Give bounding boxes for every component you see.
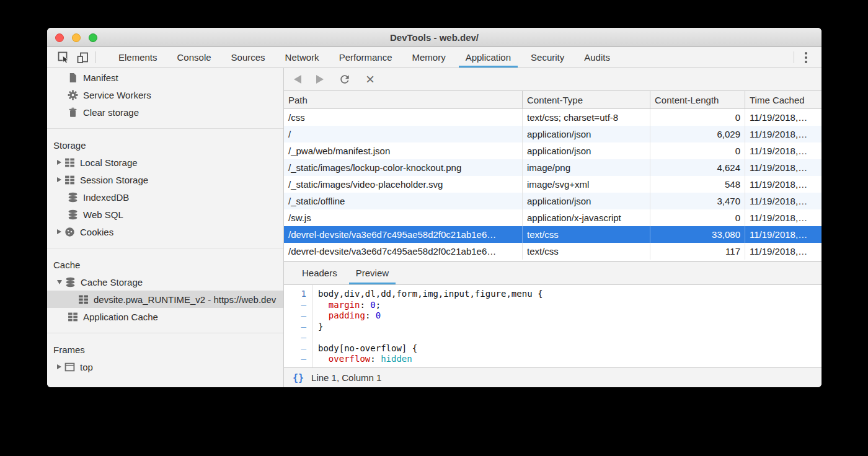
sidebar-item-service-workers[interactable]: Service Workers <box>47 86 283 103</box>
traffic-lights <box>55 33 97 42</box>
table-header: Path Content-Type Content-Length Time Ca… <box>284 91 822 109</box>
database-icon <box>68 192 78 203</box>
zoom-window-button[interactable] <box>89 33 97 42</box>
frame-icon <box>64 362 75 372</box>
sidebar-item-manifest[interactable]: Manifest <box>47 69 283 86</box>
trash-icon <box>68 107 78 118</box>
sidebar-section-cache: Cache <box>47 256 283 273</box>
devtools-tabbar: Elements Console Sources Network Perform… <box>47 47 822 68</box>
sidebar-item-indexeddb[interactable]: IndexedDB <box>47 188 283 206</box>
menu-divider <box>794 51 794 63</box>
toolbar-divider <box>95 51 96 63</box>
table-icon <box>68 312 78 322</box>
table-row[interactable]: /sw.js application/x-javascript 0 11/19/… <box>284 209 822 226</box>
titlebar: DevTools - web.dev/ <box>47 28 822 47</box>
column-header-path[interactable]: Path <box>284 91 523 108</box>
table-row[interactable]: / application/json 6,029 11/19/2018,… <box>284 126 822 142</box>
tab-audits[interactable]: Audits <box>574 47 620 68</box>
cache-panel: × Path Content-Type Content-Length Time … <box>284 68 822 387</box>
column-header-time-cached[interactable]: Time Cached <box>745 91 822 108</box>
resource-preview-panel: Headers Preview 1 – – – – – – body,div,d… <box>284 261 822 387</box>
device-toolbar-icon[interactable] <box>73 47 93 68</box>
sidebar-item-devsite-cache[interactable]: devsite.pwa_RUNTIME_v2 - https://web.dev <box>47 291 283 308</box>
table-row[interactable]: /_static/offline application/json 3,470 … <box>284 193 822 209</box>
sidebar-item-clear-storage[interactable]: Clear storage <box>47 103 283 121</box>
chevron-right-icon[interactable] <box>57 364 61 369</box>
document-icon <box>68 72 78 83</box>
table-row-selected[interactable]: /devrel-devsite/va3e6d7c495ae58d2f0c21ab… <box>284 226 822 243</box>
forward-icon[interactable] <box>316 75 324 84</box>
table-row[interactable]: /_static/images/video-placeholder.svg im… <box>284 176 822 193</box>
chevron-right-icon[interactable] <box>57 160 61 165</box>
table-icon <box>64 175 75 185</box>
tab-network[interactable]: Network <box>275 47 329 68</box>
tab-headers[interactable]: Headers <box>293 261 347 284</box>
sidebar-section-frames: Frames <box>47 341 283 358</box>
database-icon <box>65 277 76 287</box>
sidebar-item-session-storage[interactable]: Session Storage <box>47 171 283 188</box>
panel-tabs: Elements Console Sources Network Perform… <box>108 47 620 68</box>
more-options-icon[interactable] <box>797 47 815 68</box>
table-icon <box>64 157 75 168</box>
table-row[interactable]: /_pwa/web/manifest.json application/json… <box>284 142 822 159</box>
sidebar-item-top-frame[interactable]: top <box>47 358 283 375</box>
chevron-right-icon[interactable] <box>57 177 61 182</box>
tab-elements[interactable]: Elements <box>108 47 167 68</box>
column-header-content-length[interactable]: Content-Length <box>650 91 745 108</box>
devtools-window: DevTools - web.dev/ Elements Console Sou… <box>47 28 822 387</box>
database-icon <box>68 209 78 220</box>
cache-toolbar: × <box>284 68 822 91</box>
preview-tabbar: Headers Preview <box>284 261 822 285</box>
sidebar-divider <box>47 128 283 129</box>
column-header-content-type[interactable]: Content-Type <box>523 91 650 108</box>
sidebar-item-local-storage[interactable]: Local Storage <box>47 154 283 171</box>
table-icon <box>78 294 89 305</box>
table-row[interactable]: /devrel-devsite/va3e6d7c495ae58d2f0c21ab… <box>284 243 822 260</box>
back-icon[interactable] <box>294 75 301 84</box>
tab-preview[interactable]: Preview <box>347 261 398 284</box>
gear-icon <box>68 90 78 100</box>
code-content: body,div,dl,dd,form,img,input,figure,men… <box>312 285 822 367</box>
tab-console[interactable]: Console <box>167 47 221 68</box>
chevron-down-icon[interactable] <box>57 280 62 284</box>
tab-application[interactable]: Application <box>456 47 521 68</box>
code-preview[interactable]: 1 – – – – – – body,div,dl,dd,form,img,in… <box>284 285 822 367</box>
sidebar-item-application-cache[interactable]: Application Cache <box>47 308 283 325</box>
chevron-right-icon[interactable] <box>57 229 61 234</box>
sidebar-section-storage: Storage <box>47 136 283 154</box>
window-title: DevTools - web.dev/ <box>390 32 479 43</box>
sidebar-divider <box>47 248 283 248</box>
refresh-icon[interactable] <box>339 73 351 86</box>
sidebar-divider <box>47 333 283 333</box>
tab-memory[interactable]: Memory <box>402 47 456 68</box>
application-sidebar: Manifest <box>47 68 284 387</box>
inspect-element-icon[interactable] <box>53 47 73 68</box>
close-window-button[interactable] <box>55 33 64 42</box>
sidebar-item-cache-storage[interactable]: Cache Storage <box>47 273 283 291</box>
minimize-window-button[interactable] <box>72 33 81 42</box>
table-row[interactable]: /css text/css; charset=utf-8 0 11/19/201… <box>284 109 822 126</box>
tab-security[interactable]: Security <box>521 47 574 68</box>
cookie-icon <box>64 227 75 237</box>
line-number-gutter: 1 – – – – – – <box>284 285 312 367</box>
tab-performance[interactable]: Performance <box>329 47 402 68</box>
format-code-icon[interactable]: {} <box>293 372 304 384</box>
preview-status-bar: {} Line 1, Column 1 <box>284 367 822 387</box>
tab-sources[interactable]: Sources <box>221 47 275 68</box>
table-row[interactable]: /_static/images/lockup-color-knockout.pn… <box>284 159 822 176</box>
cursor-position-label: Line 1, Column 1 <box>311 372 381 383</box>
sidebar-item-web-sql[interactable]: Web SQL <box>47 206 283 223</box>
sidebar-item-cookies[interactable]: Cookies <box>47 223 283 240</box>
clear-icon[interactable]: × <box>366 72 374 87</box>
